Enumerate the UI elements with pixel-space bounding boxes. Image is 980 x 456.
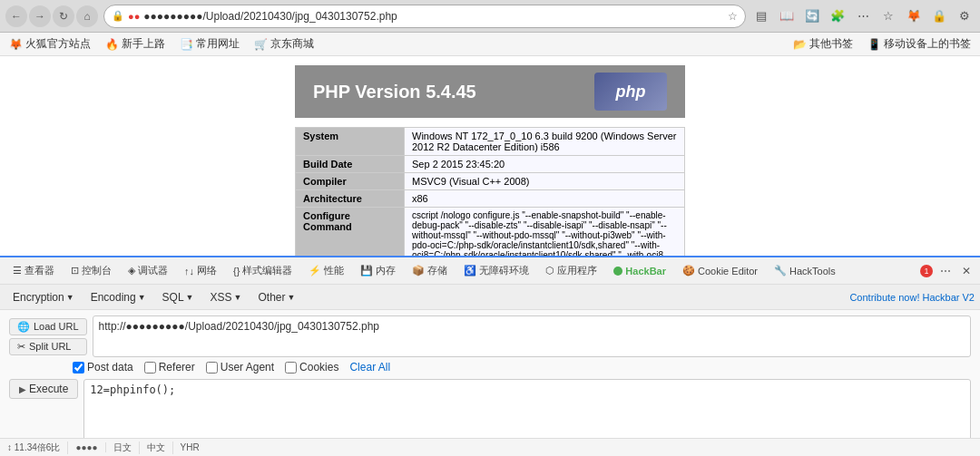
bookmark-folder-icon: 📂 — [793, 38, 807, 51]
referer-label: Referer — [159, 361, 195, 374]
bookmark-label: 火狐官方站点 — [25, 36, 91, 52]
table-row: Build Date Sep 2 2015 23:45:20 — [296, 156, 685, 173]
php-version-title: PHP Version 5.4.45 — [313, 82, 476, 102]
table-label: Configure Command — [296, 208, 405, 257]
dropdown-arrow-icon: ▼ — [186, 293, 194, 302]
devtools-close-button[interactable]: ✕ — [958, 263, 975, 279]
table-label: Compiler — [296, 173, 405, 190]
user-agent-label: User Agent — [220, 361, 274, 374]
post-data-textarea[interactable] — [83, 379, 971, 442]
tab-label: HackTools — [789, 266, 836, 277]
bookmark-label: 新手上路 — [122, 36, 165, 52]
back-button[interactable]: ← — [5, 5, 27, 27]
table-label: Build Date — [296, 156, 405, 173]
tab-label: 存储 — [427, 264, 447, 277]
extra-1[interactable]: 🦊 — [904, 6, 924, 26]
reader-button[interactable]: 📖 — [777, 6, 797, 26]
post-data-checkbox-label[interactable]: Post data — [73, 361, 133, 374]
devtools-tab-hackbar[interactable]: HackBar — [606, 262, 673, 280]
url-input[interactable] — [93, 315, 971, 357]
bookmark-mobile[interactable]: 📱 移动设备上的书签 — [864, 35, 975, 53]
home-button[interactable]: ⌂ — [76, 5, 98, 27]
cookies-checkbox-label[interactable]: Cookies — [285, 361, 338, 374]
hackbar-menu-bar: Encryption ▼ Encoding ▼ SQL ▼ XSS ▼ Othe… — [0, 285, 980, 310]
devtools-tab-style-editor[interactable]: {} 样式编辑器 — [226, 260, 299, 281]
bookmark-label: 常用网址 — [196, 36, 240, 52]
more-button[interactable]: ⋯ — [853, 6, 873, 26]
address-bar[interactable]: 🔒 ●● ☆ — [103, 5, 746, 28]
user-agent-checkbox[interactable] — [206, 362, 218, 374]
lock-icon: 🔒 — [112, 10, 124, 22]
execute-label: Execute — [29, 383, 68, 395]
devtools-tab-cookie-editor[interactable]: 🍪 Cookie Editor — [675, 261, 765, 280]
referer-checkbox-label[interactable]: Referer — [144, 361, 195, 374]
hackbar-url-buttons: 🌐 Load URL ✂ Split URL — [9, 318, 87, 355]
address-input[interactable] — [143, 10, 724, 23]
bookmark-common-sites[interactable]: 📑 常用网址 — [176, 35, 243, 53]
php-header-banner: PHP Version 5.4.45 php — [295, 65, 685, 118]
devtools-tab-memory[interactable]: 💾 内存 — [353, 260, 403, 281]
fire-icon: 🔥 — [105, 38, 119, 51]
extra-3[interactable]: ⚙ — [955, 6, 975, 26]
table-label: System — [296, 128, 405, 156]
hackbar-menu-sql[interactable]: SQL ▼ — [155, 289, 201, 306]
bookmark-new-user[interactable]: 🔥 新手上路 — [102, 35, 169, 53]
bookmarks-panel-button[interactable]: ▤ — [751, 6, 771, 26]
debugger-icon: ◈ — [128, 265, 135, 277]
hackbar-contribute-link[interactable]: Contribute now! Hackbar V2 — [849, 292, 975, 303]
devtools-tab-application[interactable]: ⬡ 应用程序 — [538, 260, 604, 281]
post-data-checkbox[interactable] — [73, 362, 84, 374]
devtools-tab-storage[interactable]: 📦 存储 — [405, 260, 455, 281]
dropdown-arrow-icon: ▼ — [66, 293, 74, 302]
hackbar-menu-other[interactable]: Other ▼ — [250, 289, 302, 306]
extensions-button[interactable]: 🧩 — [828, 6, 848, 26]
split-url-icon: ✂ — [17, 341, 25, 353]
php-info-table: System Windows NT 172_17_0_10 6.3 build … — [295, 127, 685, 256]
load-url-button[interactable]: 🌐 Load URL — [9, 318, 87, 335]
split-url-button[interactable]: ✂ Split URL — [9, 338, 87, 355]
user-agent-checkbox-label[interactable]: User Agent — [206, 361, 274, 374]
sync-button[interactable]: 🔄 — [802, 6, 822, 26]
devtools-right-actions: 1 ⋯ ✕ — [920, 263, 975, 279]
tab-label: 性能 — [324, 264, 344, 277]
devtools-more-button[interactable]: ⋯ — [936, 263, 955, 279]
hackbar-execute-row: ▶ Execute — [9, 379, 971, 442]
address-icons: ☆ — [728, 10, 738, 23]
bookmark-jd[interactable]: 🛒 京东商城 — [250, 35, 318, 53]
browser-action-buttons: ▤ 📖 🔄 🧩 ⋯ ☆ 🦊 🔒 ⚙ — [751, 6, 975, 26]
hackbar-menu-encoding[interactable]: Encoding ▼ — [83, 289, 153, 306]
devtools-tab-console[interactable]: ⊡ 控制台 — [64, 260, 119, 281]
hackbar-menu-encryption[interactable]: Encryption ▼ — [5, 289, 82, 306]
status-lang-2: 日文 — [113, 441, 140, 450]
devtools-tab-hacktools[interactable]: 🔧 HackTools — [767, 261, 843, 280]
clear-all-button[interactable]: Clear All — [349, 361, 390, 374]
table-row: Architecture x86 — [296, 190, 685, 208]
hackbar-panel: Encryption ▼ Encoding ▼ SQL ▼ XSS ▼ Othe… — [0, 285, 980, 449]
devtools-tab-debugger[interactable]: ◈ 调试器 — [121, 260, 175, 281]
status-bar: ↕ 11.34倍6比 ●●●● 日文 中文 YHR — [0, 438, 980, 449]
forward-button[interactable]: → — [29, 5, 51, 27]
star-button[interactable]: ☆ — [878, 6, 898, 26]
refresh-button[interactable]: ↻ — [53, 5, 74, 27]
load-url-label: Load URL — [34, 321, 79, 332]
table-row: Configure Command cscript /nologo config… — [296, 208, 685, 257]
bookmark-star-icon[interactable]: ☆ — [728, 10, 738, 23]
devtools-tab-performance[interactable]: ⚡ 性能 — [301, 260, 351, 281]
table-value: cscript /nologo configure.js "--enable-s… — [405, 208, 685, 257]
page-icon: 📑 — [180, 38, 193, 51]
devtools-tab-inspector[interactable]: ☰ 查看器 — [5, 260, 62, 281]
referer-checkbox[interactable] — [144, 362, 156, 374]
devtools-tab-network[interactable]: ↑↓ 网络 — [177, 260, 224, 281]
status-lang-3: 中文 — [147, 441, 173, 450]
execute-button[interactable]: ▶ Execute — [9, 379, 78, 399]
load-url-icon: 🌐 — [17, 321, 30, 333]
menu-label: Encryption — [13, 291, 64, 304]
cookies-checkbox[interactable] — [285, 362, 297, 374]
devtools-tab-accessibility[interactable]: ♿ 无障碍环境 — [456, 260, 536, 281]
extra-2[interactable]: 🔒 — [929, 6, 949, 26]
tab-label: 无障碍环境 — [479, 264, 529, 277]
tab-label: 网络 — [197, 264, 217, 277]
hackbar-menu-xss[interactable]: XSS ▼ — [203, 289, 250, 306]
bookmark-other[interactable]: 📂 其他书签 — [789, 35, 857, 53]
bookmark-firefox-official[interactable]: 🦊 火狐官方站点 — [5, 35, 94, 53]
